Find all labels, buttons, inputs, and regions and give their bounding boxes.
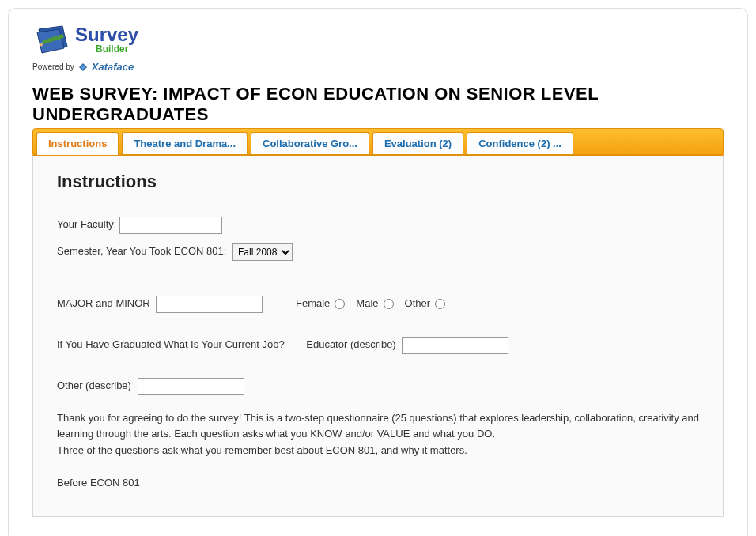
gender-other-label: Other [405, 293, 431, 314]
powered-by-prefix: Powered by [32, 62, 74, 71]
tab-instructions[interactable]: Instructions [36, 132, 119, 155]
other-describe-label: Other (describe) [57, 379, 131, 391]
major-label: MAJOR and MINOR [57, 297, 150, 309]
tab-evaluation[interactable]: Evaluation (2) [372, 132, 463, 154]
instructions-paragraph-1: Thank you for agreeing to do the survey!… [57, 410, 699, 441]
instructions-body: Thank you for agreeing to do the survey!… [57, 410, 699, 491]
major-input[interactable] [156, 296, 263, 313]
other-describe-input[interactable] [138, 378, 244, 395]
logo-area: Survey Builder Powered by Xataface [32, 23, 724, 73]
gender-radio-group: Female Male Other [288, 293, 445, 314]
instructions-paragraph-2: Three of the questions ask what you reme… [57, 443, 699, 459]
powered-by-brand: Xataface [92, 61, 134, 73]
semester-label: Semester, Year You Took ECON 801: [57, 245, 226, 257]
faculty-row: Your Faculty [57, 214, 699, 235]
educator-label: Educator (describe) [306, 334, 395, 355]
page-container: Survey Builder Powered by Xataface WEB S… [8, 8, 748, 536]
other-describe-row: Other (describe) [57, 376, 699, 396]
gender-male-radio[interactable] [384, 299, 394, 309]
section-heading: Instructions [57, 172, 699, 192]
gender-female-radio[interactable] [335, 299, 345, 309]
grad-job-label: If You Have Graduated What Is Your Curre… [57, 334, 285, 355]
tab-confidence[interactable]: Confidence (2) ... [467, 132, 573, 154]
gender-female-label: Female [296, 293, 330, 314]
semester-select[interactable]: Fall 2008 [232, 243, 293, 261]
tab-theatre-drama[interactable]: Theatre and Drama... [122, 132, 248, 154]
semester-row: Semester, Year You Took ECON 801: Fall 2… [57, 241, 699, 262]
grad-job-row: If You Have Graduated What Is Your Curre… [57, 334, 699, 355]
instructions-paragraph-3: Before ECON 801 [57, 475, 699, 491]
faculty-input[interactable] [119, 217, 222, 234]
logo-text: Survey Builder [75, 25, 138, 54]
educator-input[interactable] [402, 337, 508, 354]
powered-by: Powered by Xataface [32, 61, 724, 73]
survey-builder-icon [32, 23, 70, 56]
gender-other-radio[interactable] [435, 299, 445, 309]
tab-content: Instructions Your Faculty Semester, Year… [32, 155, 724, 517]
xataface-icon [77, 62, 89, 72]
tab-collaborative[interactable]: Collaborative Gro... [251, 132, 369, 154]
page-title: WEB SURVEY: IMPACT OF ECON EDUCATION ON … [32, 84, 724, 125]
logo: Survey Builder [32, 23, 724, 56]
logo-builder-text: Builder [96, 44, 138, 54]
faculty-label: Your Faculty [57, 218, 114, 230]
gender-male-label: Male [356, 293, 378, 314]
major-gender-row: MAJOR and MINOR Female Male Other [57, 293, 699, 314]
tab-bar: Instructions Theatre and Drama... Collab… [32, 128, 724, 155]
logo-survey-text: Survey [75, 25, 138, 44]
